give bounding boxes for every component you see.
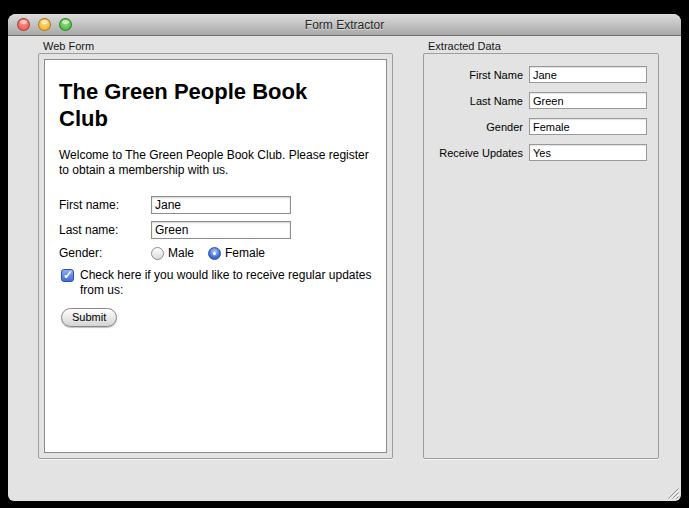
extracted-receive-updates-field[interactable] — [529, 144, 647, 161]
web-form-view: The Green People Book Club Welcome to Th… — [44, 59, 387, 453]
extracted-panel-label: Extracted Data — [428, 40, 501, 52]
extracted-data-panel: First Name Last Name Gender Receive Upda… — [423, 53, 659, 459]
extracted-last-name-field[interactable] — [529, 92, 647, 109]
extracted-gender-field[interactable] — [529, 118, 647, 135]
updates-row: Check here if you would like to receive … — [59, 268, 372, 298]
last-name-row: Last name: — [59, 221, 372, 239]
last-name-input[interactable] — [151, 221, 291, 239]
updates-checkbox[interactable] — [61, 269, 74, 282]
extracted-receive-updates-label: Receive Updates — [430, 147, 529, 159]
extracted-last-name-label: Last Name — [430, 95, 529, 107]
window-controls — [17, 18, 72, 31]
extracted-row-first-name: First Name — [430, 66, 647, 83]
web-form-panel-label: Web Form — [43, 40, 94, 52]
form-intro: Welcome to The Green People Book Club. P… — [59, 148, 375, 178]
gender-option-male-label: Male — [168, 246, 194, 260]
extracted-row-last-name: Last Name — [430, 92, 647, 109]
updates-label: Check here if you would like to receive … — [80, 268, 372, 298]
window-content: Web Form The Green People Book Club Welc… — [8, 37, 681, 501]
first-name-row: First name: — [59, 196, 372, 214]
gender-label: Gender: — [59, 246, 151, 260]
extracted-first-name-label: First Name — [430, 69, 529, 81]
zoom-button[interactable] — [59, 18, 72, 31]
gender-radio[interactable] — [151, 247, 164, 260]
gender-option-female[interactable]: Female — [208, 246, 265, 260]
last-name-label: Last name: — [59, 223, 151, 237]
extracted-row-gender: Gender — [430, 118, 647, 135]
extracted-row-receive-updates: Receive Updates — [430, 144, 647, 161]
extracted-first-name-field[interactable] — [529, 66, 647, 83]
gender-options: Male Female — [151, 246, 265, 260]
first-name-input[interactable] — [151, 196, 291, 214]
window-title: Form Extractor — [305, 18, 384, 32]
submit-button[interactable]: Submit — [61, 308, 117, 327]
minimize-button[interactable] — [38, 18, 51, 31]
app-window: Form Extractor Web Form The Green People… — [8, 14, 681, 501]
resize-grip-icon[interactable] — [666, 486, 679, 499]
gender-option-male[interactable]: Male — [151, 246, 194, 260]
gender-option-female-label: Female — [225, 246, 265, 260]
gender-row: Gender: Male Female — [59, 246, 372, 260]
first-name-label: First name: — [59, 198, 151, 212]
web-form-panel: The Green People Book Club Welcome to Th… — [38, 53, 393, 459]
titlebar[interactable]: Form Extractor — [8, 14, 681, 36]
form-heading: The Green People Book Club — [59, 78, 329, 132]
close-button[interactable] — [17, 18, 30, 31]
extracted-gender-label: Gender — [430, 121, 529, 133]
gender-radio[interactable] — [208, 247, 221, 260]
